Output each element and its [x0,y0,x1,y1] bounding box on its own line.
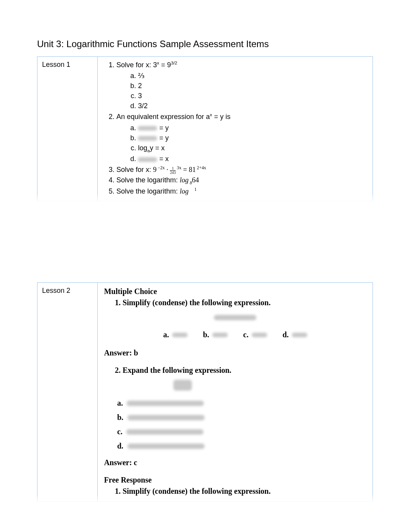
q1: Solve for x: 3x = 93/2 ⅔ 2 3 3/2 [116,60,366,111]
mc-q1-b: b. [203,329,228,340]
q1-opt-c: 3 [138,91,366,101]
lesson1-content: Solve for x: 3x = 93/2 ⅔ 2 3 3/2 An equi… [98,57,373,201]
mc-q2-a: a. [117,398,366,409]
mc-q2-b: b. [117,412,366,423]
mc-q1-expr [104,312,366,322]
q1-opt-a: ⅔ [138,71,366,81]
fr-title: Free Response [104,474,366,486]
lesson2-content: Multiple Choice Simplify (condense) the … [98,283,373,502]
q3-pre: Solve for x: [116,166,153,173]
blurred-icon [127,444,205,449]
q2-post: = y is [212,113,230,121]
lesson2-table: Lesson 2 Multiple Choice Simplify (conde… [37,282,373,502]
q5-log: log [180,187,189,195]
choice-b-label: b. [203,329,209,340]
q2-b-tail: = y [157,134,169,142]
blurred-icon [292,333,307,337]
q1-mid: = 9 [159,61,171,69]
blurred-icon [127,415,205,420]
q4-arg: 64 [192,176,199,184]
q5-pre: Solve the logarithm: [116,187,180,195]
q1-opt-d: 3/2 [138,101,366,111]
blurred-icon [138,157,157,162]
opt-d-label: d. [117,440,123,452]
q2-d-tail: = x [157,155,169,163]
mc-q2-answer: Answer: c [104,457,366,468]
mc-q1-answer: Answer: b [104,347,366,359]
q5-tail: 1 [195,187,197,192]
q1-opt-b: 2 [138,81,366,91]
mc-q2: Expand the following expression. [122,365,366,376]
q3-eq: = 81 [181,166,196,173]
lesson1-label-cell: Lesson 1 [37,57,98,201]
fr-q1: Simplify (condense) the following expres… [122,486,366,497]
blurred-icon [138,136,157,141]
q2-opt-b: = y [138,133,366,143]
q4-sub: 8 [189,180,192,185]
opt-c-label: c. [117,426,122,437]
fraction-icon: 1243 [170,167,176,175]
mc-title: Multiple Choice [104,286,366,297]
mc-q1: Simplify (condense) the following expres… [122,297,366,308]
mc-q2-expr [104,380,366,391]
q1-options: ⅔ 2 3 3/2 [116,71,366,111]
q1-pre: Solve for x: 3 [116,61,157,69]
q2: An equivalent expression for ax = y is =… [116,112,366,164]
blurred-icon [138,126,157,131]
q3-exp3: 2+4x [196,165,206,170]
mc-q1-stem: Simplify (condense) the following expres… [122,298,271,307]
blurred-icon [212,333,228,337]
q3-exp2: 3x [176,165,181,170]
mc-q2-d: d. [117,440,366,452]
choice-c-label: c. [243,329,249,340]
lesson1-table: Lesson 1 Solve for x: 3x = 93/2 ⅔ 2 3 3/… [37,56,373,201]
mc-q2-stem: Expand the following expression. [122,366,231,374]
q3-dot: · [165,166,170,173]
q2-c-log: log [138,144,147,152]
mc-list: Simplify (condense) the following expres… [104,297,366,308]
mc-list2: Expand the following expression. [104,365,366,376]
q4-pre: Solve the logarithm: [116,176,180,184]
q4-log: log [180,176,189,184]
q2-opt-d: = x [138,154,366,164]
mc-q1-d: d. [283,329,307,340]
q2-a-tail: = y [157,124,169,132]
mc-q2-options: a. b. c. d. [104,398,366,452]
blurred-icon [126,429,203,435]
choice-d-label: d. [283,329,289,340]
q2-opt-c: logay = x [138,143,366,154]
fr-list: Simplify (condense) the following expres… [104,486,366,497]
mc-q1-a: a. [163,329,188,340]
lesson2-label-cell: Lesson 2 [37,283,98,502]
blurred-icon [127,401,204,406]
lesson2-label: Lesson 2 [42,287,70,294]
opt-a-label: a. [117,398,123,409]
mc-q1-c: c. [243,329,267,340]
opt-b-label: b. [117,412,123,423]
q3: Solve for x: 9 −2x · 1243 3x = 81 2+4x [116,165,366,175]
mc-q1-choices: a. b. c. d. [104,329,366,340]
lesson1-questions: Solve for x: 3x = 93/2 ⅔ 2 3 3/2 An equi… [104,60,366,196]
mc-q2-c: c. [117,426,366,437]
q5: Solve the logarithm: log 1 [116,186,366,196]
blurred-icon [172,333,188,337]
page-title: Unit 3: Logarithmic Functions Sample Ass… [37,39,373,49]
fr-q1-stem: Simplify (condense) the following expres… [122,487,271,495]
q4: Solve the logarithm: log 864 [116,175,366,187]
q2-options: = y = y logay = x = x [116,123,366,164]
q3-exp1: −2x [156,165,164,170]
blurred-icon [252,333,267,337]
q2-pre: An equivalent expression for a [116,113,210,121]
lesson1-label: Lesson 1 [42,61,70,68]
blurred-icon [173,380,192,391]
blurred-icon [214,315,256,320]
choice-a-label: a. [163,329,169,340]
q2-opt-a: = y [138,123,366,133]
q2-c-mid: y = x [150,144,165,152]
